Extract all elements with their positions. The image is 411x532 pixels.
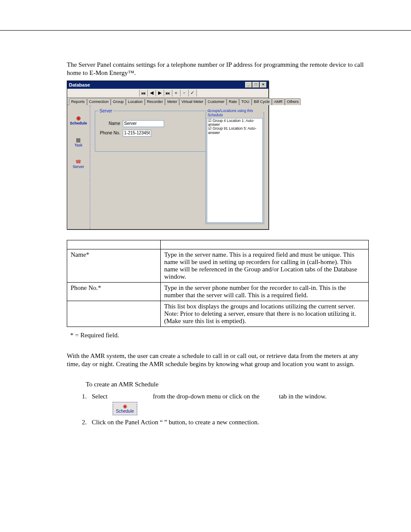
field-description-table: Name* Type in the server name. This is a… [67,240,369,327]
last-record-button[interactable]: ⏭ [164,90,172,96]
next-record-button[interactable]: ▶ [156,90,164,96]
cell-phone-label: Phone No.* [67,282,161,301]
sidebar-schedule-label: Schedule [70,121,87,125]
delete-record-button[interactable]: － [181,90,189,96]
server-icon: ☎ [75,159,81,164]
step-2: Click on the Panel Action “ ” button, to… [88,419,369,426]
schedule-icon-button[interactable]: ◉ Schedule [112,402,137,415]
tab-location[interactable]: Location [126,98,145,105]
clock-icon: ◉ [123,404,127,409]
tab-bill-cycle[interactable]: Bill Cycle [252,98,272,105]
side-panel: ◉ Schedule ▦ Task ☎ Server [67,105,90,229]
table-row: This list box displays the groups and lo… [67,301,369,327]
phone-label: Phone No. [99,131,120,135]
gear-icon: ▦ [76,137,81,143]
cell-phone-desc: Type in the server phone number for the … [161,282,369,301]
steps-list: Select from the drop-down menu or click … [67,393,369,426]
first-record-button[interactable]: ⏮ [139,90,148,96]
cell-groups-desc: This list box displays the groups and lo… [161,301,369,327]
tab-reports[interactable]: Reports [69,98,87,105]
server-fieldset: Server Name Phone No. [95,109,210,152]
sidebar-item-server[interactable]: ☎ Server [73,159,84,169]
record-nav-toolbar: ⏮ ◀ ▶ ⏭ ＋ － ✓ [67,89,268,98]
list-item[interactable]: Group 4 Location 1: Auto-answer [208,119,262,127]
sidebar-task-label: Task [75,143,83,147]
client-area: ◉ Schedule ▦ Task ☎ Server Server Name [67,105,268,229]
tab-tou[interactable]: TOU [239,98,252,105]
database-window: Database _ □ × ⏮ ◀ ▶ ⏭ ＋ － ✓ Reports Con… [67,81,269,230]
tab-rate[interactable]: Rate [227,98,239,105]
titlebar: Database _ □ × [67,81,268,89]
server-legend: Server [99,109,113,113]
list-item[interactable]: Group 91 Location 5: Auto-answer [208,127,262,135]
window-title: Database [69,82,90,87]
steps-heading: To create an AMR Schedule [86,380,369,389]
groups-legend: Groups/Locations using this Schedule [207,109,263,117]
prev-record-button[interactable]: ◀ [148,90,156,96]
intro-text: The Server Panel contains settings for a… [67,61,369,77]
tab-customer[interactable]: Customer [206,98,227,105]
tab-recorder[interactable]: Recorder [145,98,165,105]
add-record-button[interactable]: ＋ [172,90,181,96]
groups-fieldset: Groups/Locations using this Schedule Gro… [206,109,264,224]
cell-groups-label [67,301,161,327]
sidebar-item-schedule[interactable]: ◉ Schedule [70,115,87,125]
step-1: Select from the drop-down menu or click … [88,393,369,415]
sidebar-server-label: Server [73,165,84,169]
commit-record-button[interactable]: ✓ [189,90,197,96]
minimize-icon[interactable]: _ [245,82,252,88]
main-panel: Server Name Phone No. Groups/Locations u… [90,105,268,229]
tab-amr[interactable]: AMR [272,98,285,105]
tab-group[interactable]: Group [111,98,126,105]
tab-meter[interactable]: Meter [165,98,179,105]
cell-name-label: Name* [67,249,161,282]
groups-listbox[interactable]: Group 4 Location 1: Auto-answer Group 91… [207,118,263,223]
amr-paragraph: With the AMR system, the user can create… [67,352,369,368]
close-icon[interactable]: × [260,82,267,88]
maximize-icon[interactable]: □ [252,82,259,88]
clock-icon: ◉ [76,115,81,121]
tab-virtual-meter[interactable]: Virtual Meter [179,98,206,105]
sidebar-item-task[interactable]: ▦ Task [75,137,83,147]
table-row: Name* Type in the server name. This is a… [67,249,369,282]
table-row: Phone No.* Type in the server phone numb… [67,282,369,301]
server-phone-input[interactable] [123,130,151,137]
server-name-input[interactable] [123,120,164,127]
required-note: * = Required field. [70,331,369,339]
tab-others[interactable]: Others [285,98,301,105]
cell-name-desc: Type in the server name. This is a requi… [161,249,369,282]
name-label: Name [99,121,120,126]
schedule-icon-label: Schedule [116,409,134,414]
tab-connection[interactable]: Connection [87,98,111,105]
tab-strip: Reports Connection Group Location Record… [67,98,268,105]
